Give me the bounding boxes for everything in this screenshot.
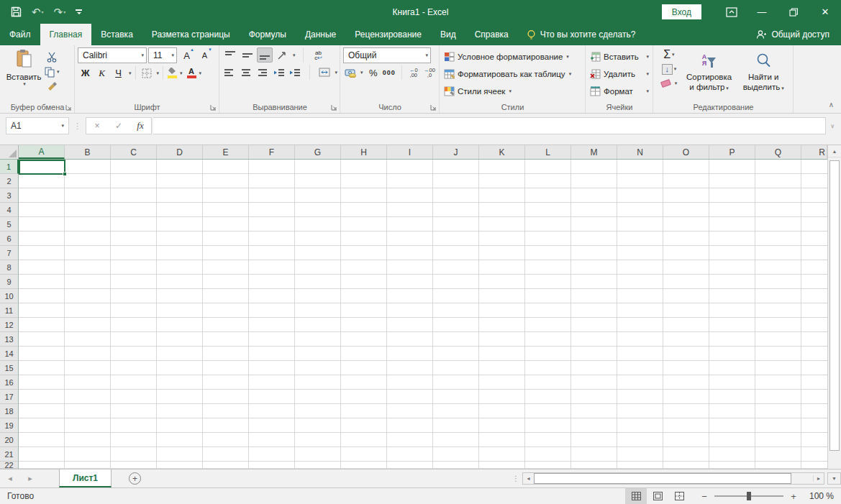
- scroll-up-icon[interactable]: ▲: [828, 145, 841, 157]
- borders-dropdown-icon[interactable]: ▾: [157, 70, 160, 76]
- delete-cells-button[interactable]: Удалить ▾: [588, 65, 650, 82]
- normal-view-button[interactable]: [625, 488, 647, 504]
- row-cells-7[interactable]: [19, 246, 827, 260]
- row-cells-2[interactable]: [19, 174, 827, 188]
- tab-review[interactable]: Рецензирование: [345, 24, 431, 45]
- row-header-5[interactable]: 5: [0, 217, 19, 232]
- align-middle-button[interactable]: [240, 47, 255, 63]
- font-color-dropdown-icon[interactable]: ▾: [199, 70, 202, 76]
- zoom-in-icon[interactable]: +: [789, 491, 798, 502]
- fill-color-button[interactable]: [167, 68, 177, 78]
- save-icon[interactable]: [7, 3, 25, 22]
- row-header-6[interactable]: 6: [0, 232, 19, 246]
- restore-button[interactable]: [778, 0, 809, 24]
- decrease-font-size-button[interactable]: А▼: [196, 48, 213, 63]
- prev-sheet-icon[interactable]: ◂: [0, 474, 20, 483]
- tell-me-box[interactable]: Что вы хотите сделать?: [518, 24, 645, 45]
- row-cells-3[interactable]: [19, 188, 827, 203]
- row-cells-9[interactable]: [19, 275, 827, 289]
- font-name-dropdown-icon[interactable]: ▾: [138, 52, 144, 58]
- row-header-11[interactable]: 11: [0, 303, 19, 318]
- scroll-left-icon[interactable]: ◂: [523, 475, 534, 482]
- row-header-22[interactable]: 22: [0, 462, 19, 469]
- name-box-dropdown-icon[interactable]: ▾: [61, 123, 64, 129]
- comma-style-button[interactable]: 000: [381, 65, 397, 80]
- next-sheet-icon[interactable]: ▸: [20, 474, 40, 483]
- increase-font-size-button[interactable]: А▲: [178, 48, 195, 63]
- row-cells-16[interactable]: [19, 375, 827, 390]
- align-bottom-button[interactable]: [257, 47, 273, 63]
- zoom-out-icon[interactable]: −: [700, 491, 709, 502]
- zoom-slider-handle[interactable]: [747, 492, 751, 500]
- row-cells-10[interactable]: [19, 289, 827, 303]
- fill-handle[interactable]: [63, 172, 67, 176]
- row-header-7[interactable]: 7: [0, 246, 19, 260]
- column-header-J[interactable]: J: [433, 145, 479, 159]
- insert-function-button[interactable]: fx: [129, 120, 151, 132]
- row-cells-11[interactable]: [19, 303, 827, 318]
- selected-cell-a1[interactable]: [19, 160, 65, 175]
- percent-style-button[interactable]: %: [367, 65, 380, 80]
- clipboard-dialog-launcher-icon[interactable]: [64, 103, 73, 111]
- row-header-20[interactable]: 20: [0, 433, 19, 447]
- cut-button[interactable]: [45, 50, 60, 63]
- column-header-C[interactable]: C: [111, 145, 157, 159]
- number-dialog-launcher-icon[interactable]: [429, 103, 437, 111]
- copy-dropdown-icon[interactable]: ▾: [57, 69, 60, 75]
- sort-filter-button[interactable]: АЯ Сортировка и фильтр▾: [682, 47, 737, 101]
- align-top-button[interactable]: [222, 47, 238, 63]
- bold-button[interactable]: Ж: [78, 65, 93, 81]
- row-cells-19[interactable]: [19, 418, 827, 433]
- column-header-I[interactable]: I: [387, 145, 433, 159]
- zoom-level[interactable]: 100 %: [804, 491, 834, 501]
- tab-file[interactable]: Файл: [0, 24, 40, 45]
- tab-page-layout[interactable]: Разметка страницы: [142, 24, 240, 45]
- increase-indent-button[interactable]: [287, 65, 302, 80]
- row-header-1[interactable]: 1: [0, 160, 19, 174]
- orientation-button[interactable]: [274, 47, 290, 63]
- collapse-ribbon-icon[interactable]: ∧: [829, 101, 834, 109]
- cancel-entry-icon[interactable]: ×: [86, 121, 108, 131]
- ribbon-display-options-icon[interactable]: [717, 0, 746, 24]
- column-header-B[interactable]: B: [65, 145, 111, 159]
- column-header-R[interactable]: R: [801, 145, 827, 159]
- tab-home[interactable]: Главная: [40, 24, 92, 45]
- row-cells-1[interactable]: [19, 160, 827, 174]
- row-header-19[interactable]: 19: [0, 418, 19, 433]
- row-cells-21[interactable]: [19, 447, 827, 462]
- row-cells-6[interactable]: [19, 232, 827, 246]
- undo-button[interactable]: ↶▾: [28, 3, 47, 22]
- find-select-button[interactable]: Найти и выделить▾: [736, 47, 791, 101]
- accounting-dropdown-icon[interactable]: ▾: [360, 70, 363, 75]
- paste-dropdown-icon[interactable]: ▾: [23, 81, 26, 87]
- undo-dropdown-icon[interactable]: ▾: [42, 9, 44, 14]
- formula-input[interactable]: [153, 117, 826, 134]
- tab-formulas[interactable]: Формулы: [240, 24, 296, 45]
- merge-center-button[interactable]: [317, 65, 332, 80]
- copy-button[interactable]: ▾: [45, 65, 60, 78]
- font-size-combo[interactable]: 11 ▾: [148, 47, 177, 63]
- row-cells-22[interactable]: [19, 462, 827, 469]
- row-header-10[interactable]: 10: [0, 289, 19, 303]
- row-cells-13[interactable]: [19, 332, 827, 347]
- column-header-P[interactable]: P: [709, 145, 755, 159]
- minimize-button[interactable]: —: [746, 0, 778, 24]
- underline-button[interactable]: Ч: [111, 65, 126, 81]
- row-header-8[interactable]: 8: [0, 260, 19, 275]
- row-header-16[interactable]: 16: [0, 375, 19, 390]
- column-header-N[interactable]: N: [617, 145, 663, 159]
- row-header-21[interactable]: 21: [0, 447, 19, 462]
- autosum-dropdown-icon[interactable]: ▾: [672, 52, 675, 58]
- column-header-D[interactable]: D: [157, 145, 203, 159]
- column-header-Q[interactable]: Q: [755, 145, 801, 159]
- insert-cells-button[interactable]: Вставить ▾: [588, 48, 650, 65]
- column-header-M[interactable]: M: [571, 145, 617, 159]
- expand-formula-bar-icon[interactable]: ∨: [826, 123, 835, 129]
- formula-bar-splitter[interactable]: ⋮: [69, 122, 86, 131]
- customize-qat-button[interactable]: [72, 3, 86, 22]
- row-cells-15[interactable]: [19, 361, 827, 375]
- number-format-combo[interactable]: Общий ▾: [343, 47, 431, 63]
- scroll-down-icon[interactable]: ▼: [827, 472, 841, 485]
- column-header-K[interactable]: K: [479, 145, 525, 159]
- row-header-18[interactable]: 18: [0, 404, 19, 418]
